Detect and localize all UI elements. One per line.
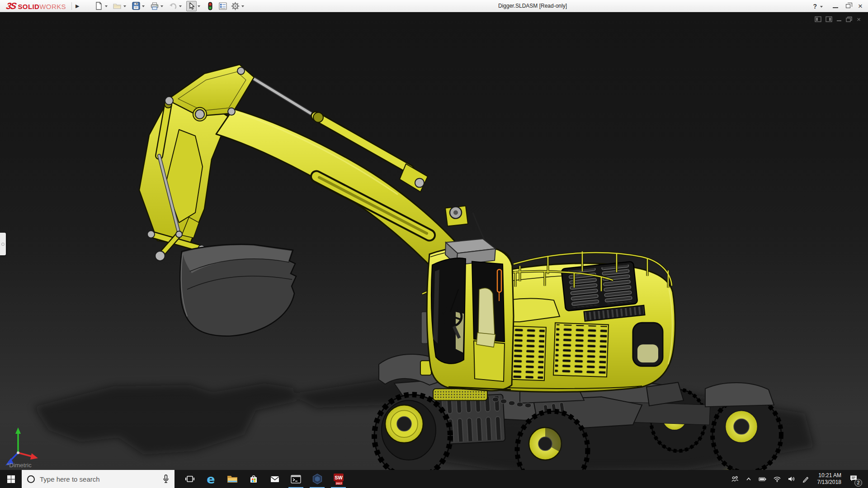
- command-prompt-icon: [290, 474, 302, 484]
- doc-restore-button[interactable]: [846, 16, 853, 22]
- open-group: [112, 1, 128, 11]
- solidworks-logo-solid: SOLID: [18, 3, 39, 10]
- door-panel: [474, 341, 505, 381]
- feature-manager-collapsed-tab[interactable]: [0, 233, 6, 255]
- solidworks-app-icon: SW 2017: [332, 473, 345, 485]
- sw-label: SW: [335, 475, 343, 480]
- solidworks-app-button[interactable]: SW 2017: [328, 470, 349, 488]
- new-document-group: [94, 1, 110, 11]
- mail-button[interactable]: [264, 470, 285, 488]
- minimize-button[interactable]: [833, 7, 838, 8]
- side-grille-2: [553, 323, 609, 377]
- window-controls: ? ×: [813, 0, 863, 12]
- open-dropdown[interactable]: [123, 5, 126, 7]
- windows-logo-icon: [7, 475, 15, 483]
- rear-fender: [705, 383, 774, 407]
- rebuild-button[interactable]: [205, 1, 215, 11]
- cab[interactable]: [420, 239, 514, 391]
- seat-back: [478, 288, 495, 337]
- pen-icon[interactable]: [802, 475, 810, 483]
- doc-minimize-button[interactable]: [836, 16, 842, 22]
- chevron-up-icon[interactable]: [745, 475, 752, 483]
- print-dropdown[interactable]: [160, 5, 163, 7]
- rebuild-group: [205, 1, 215, 11]
- windows-taskbar: Type here to search e: [0, 470, 868, 488]
- gear-icon: [231, 2, 240, 10]
- edge-browser-button[interactable]: e: [200, 470, 222, 488]
- orientation-triad: [5, 427, 38, 465]
- undo-dropdown[interactable]: [179, 5, 182, 7]
- select-button[interactable]: [186, 1, 197, 11]
- document-title: Digger.SLDASM [Read-only]: [498, 0, 567, 12]
- cortana-icon: [27, 475, 35, 483]
- taskbar-apps: e SW 2017: [179, 470, 349, 488]
- file-explorer-button[interactable]: [222, 470, 243, 488]
- store-button[interactable]: [243, 470, 264, 488]
- action-center-button[interactable]: 2: [849, 474, 858, 484]
- hexagon-app-icon: [311, 473, 323, 485]
- hexagon-app-button[interactable]: [307, 470, 328, 488]
- traffic-light-icon: [208, 2, 213, 10]
- bucket[interactable]: [180, 244, 296, 336]
- help-button[interactable]: ?: [813, 3, 826, 10]
- save-button[interactable]: [131, 1, 141, 11]
- seat-cushion: [476, 333, 495, 347]
- print-button[interactable]: [149, 1, 160, 11]
- print-icon: [151, 2, 159, 10]
- display-pane-icon[interactable]: [826, 16, 832, 22]
- close-button[interactable]: ×: [858, 2, 863, 10]
- select-group: [186, 1, 203, 11]
- notification-badge: 2: [854, 479, 862, 487]
- file-explorer-icon: [226, 474, 238, 484]
- wifi-icon[interactable]: [773, 475, 781, 483]
- select-dropdown[interactable]: [198, 5, 200, 7]
- command-prompt-button[interactable]: [285, 470, 307, 488]
- edge-icon: e: [207, 472, 215, 486]
- graphics-area[interactable]: × *Dimetric: [0, 13, 868, 470]
- view-orientation-label: *Dimetric: [7, 462, 32, 469]
- new-document-dropdown[interactable]: [105, 5, 108, 7]
- digger-3d-model[interactable]: [0, 13, 868, 470]
- solidworks-logo-works: WORKS: [39, 3, 66, 10]
- system-tray: 10:21 AM 7/13/2018 2: [731, 470, 868, 488]
- titlebar: 3S SOLID WORKS ▶: [0, 0, 868, 12]
- doc-close-button[interactable]: ×: [857, 16, 861, 23]
- people-icon[interactable]: [731, 475, 739, 483]
- options-dropdown[interactable]: [241, 5, 244, 7]
- clock-time: 10:21 AM: [817, 472, 841, 479]
- panel-tab-arrow-icon: [1, 243, 5, 246]
- battery-icon[interactable]: [759, 475, 767, 483]
- help-dropdown[interactable]: [820, 6, 823, 8]
- mail-icon: [269, 474, 280, 484]
- task-view-button[interactable]: [179, 470, 200, 488]
- save-floppy-icon: [132, 2, 140, 10]
- clock-date: 7/13/2018: [817, 479, 841, 486]
- taskbar-search[interactable]: Type here to search: [22, 470, 175, 488]
- sw-year-label: 2017: [336, 482, 342, 484]
- feature-pane-icon[interactable]: [815, 16, 821, 22]
- undo-button[interactable]: [168, 1, 178, 11]
- solidworks-logo: 3S SOLID WORKS: [6, 1, 66, 11]
- new-document-button[interactable]: [94, 1, 104, 11]
- options-group: [230, 1, 246, 11]
- start-button[interactable]: [0, 470, 22, 488]
- select-cursor-icon: [189, 2, 195, 10]
- microphone-icon[interactable]: [163, 474, 169, 483]
- taskbar-clock[interactable]: 10:21 AM 7/13/2018: [817, 472, 841, 486]
- menu-flyout-arrow[interactable]: ▶: [71, 2, 83, 10]
- volume-icon[interactable]: [788, 475, 796, 483]
- store-icon: [248, 474, 259, 484]
- solidworks-logo-mark-icon: 3S: [5, 1, 17, 11]
- open-button[interactable]: [112, 1, 123, 11]
- print-group: [149, 1, 165, 11]
- search-placeholder: Type here to search: [40, 475, 158, 483]
- display-settings-button[interactable]: [217, 1, 228, 11]
- undo-arrow-icon: [169, 2, 177, 9]
- new-document-icon: [95, 2, 103, 10]
- solidworks-window: 3S SOLID WORKS ▶: [0, 0, 868, 488]
- restore-button[interactable]: [846, 4, 850, 8]
- quick-toolbar: [94, 1, 249, 11]
- task-view-icon: [184, 474, 195, 484]
- options-button[interactable]: [230, 1, 241, 11]
- save-dropdown[interactable]: [142, 5, 145, 7]
